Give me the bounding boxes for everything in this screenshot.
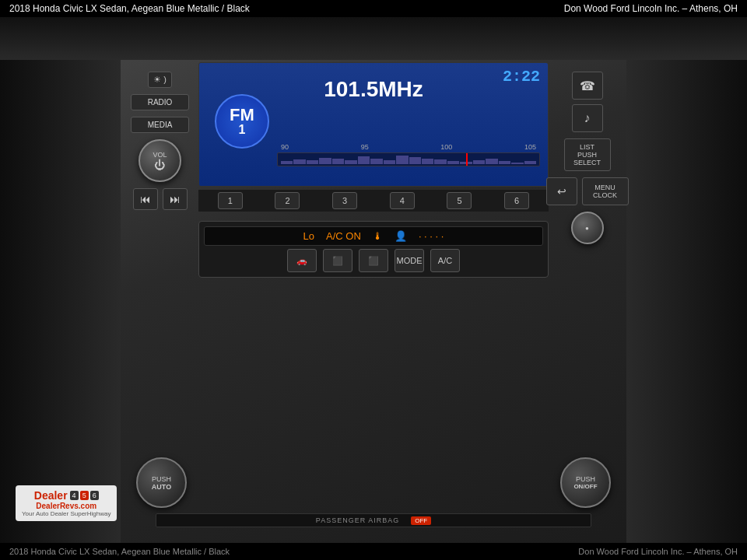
main-image: ☀ ) RADIO MEDIA VOL ⏻ ⏮ ⏭ bbox=[0, 17, 747, 543]
frequency-display: 101.5MHz bbox=[324, 77, 423, 102]
watermark-top-row: Dealer 4 5 6 bbox=[34, 489, 99, 502]
preset-5[interactable]: 5 bbox=[447, 192, 472, 209]
watermark: Dealer 4 5 6 DealerRevs.com Your Auto De… bbox=[16, 485, 117, 521]
watermark-tagline: Your Auto Dealer SuperHighway bbox=[22, 510, 110, 517]
climate-left-knob-wrapper: PUSH AUTO bbox=[136, 457, 187, 508]
media-skip-buttons: ⏮ ⏭ bbox=[133, 188, 188, 210]
climate-ac-on: A/C ON bbox=[326, 230, 361, 242]
footer-right-text: Don Wood Ford Lincoln Inc. – Athens, OH bbox=[578, 547, 738, 556]
next-button[interactable]: ⏭ bbox=[163, 188, 188, 210]
ac-button[interactable]: A/C bbox=[430, 249, 460, 272]
list-push-label: LIST PUSH SELECT bbox=[573, 143, 601, 166]
menu-clock-label: MENU CLOCK bbox=[593, 184, 617, 199]
watermark-num-4: 4 bbox=[70, 491, 79, 500]
tuner-label-105: 105 bbox=[524, 143, 536, 151]
tuner-label-90: 90 bbox=[281, 143, 289, 151]
climate-display-area: Lo A/C ON 🌡 👤 · · · · · 🚗 ⬛ ⬛ MODE A/C bbox=[198, 221, 549, 278]
fm-text: FM bbox=[230, 107, 254, 124]
climate-right-push: PUSH bbox=[576, 475, 595, 483]
tuner-labels: 90 95 100 105 bbox=[277, 143, 540, 151]
preset-1[interactable]: 1 bbox=[218, 192, 243, 209]
car-interior: ☀ ) RADIO MEDIA VOL ⏻ ⏮ ⏭ bbox=[0, 17, 747, 543]
airbag-text: PASSENGER AIRBAG bbox=[316, 516, 399, 524]
preset-6[interactable]: 6 bbox=[504, 192, 529, 209]
fm-badge: FM 1 bbox=[215, 94, 269, 149]
preset-3[interactable]: 3 bbox=[332, 192, 357, 209]
climate-right-onoff: ON/OFF bbox=[573, 483, 597, 490]
head-unit-area: 2:22 101.5MHz FM 1 90 95 100 105 bbox=[198, 62, 549, 278]
watermark-nums: 4 5 6 bbox=[70, 491, 99, 500]
climate-dots: · · · · · bbox=[419, 230, 444, 242]
watermark-url: DealerRevs.com bbox=[36, 502, 96, 510]
airbag-status: OFF bbox=[411, 516, 431, 525]
climate-icons-row: 🚗 ⬛ ⬛ MODE A/C bbox=[204, 249, 543, 272]
watermark-site-top: Dealer bbox=[34, 489, 68, 502]
preset-row: 1 2 3 4 5 6 bbox=[198, 190, 549, 212]
climate-temp-icon: 🌡 bbox=[373, 230, 383, 242]
phone-button[interactable]: ☎ bbox=[572, 72, 603, 100]
tuner-label-100: 100 bbox=[440, 143, 452, 151]
right-knob[interactable]: ● bbox=[571, 212, 604, 244]
radio-button[interactable]: RADIO bbox=[131, 94, 189, 110]
list-push-select-button[interactable]: LIST PUSH SELECT bbox=[564, 138, 611, 171]
top-bar: 2018 Honda Civic LX Sedan, Aegean Blue M… bbox=[0, 0, 747, 17]
tuner-label-95: 95 bbox=[361, 143, 369, 151]
menu-clock-button[interactable]: MENU CLOCK bbox=[582, 177, 629, 205]
tuner-area: 90 95 100 105 bbox=[277, 143, 540, 170]
front-vent-button[interactable]: ⬛ bbox=[323, 249, 352, 272]
side-left bbox=[0, 17, 121, 543]
tuner-needle bbox=[466, 153, 468, 166]
footer-left-text: 2018 Honda Civic LX Sedan, Aegean Blue M… bbox=[9, 547, 230, 556]
climate-right-knob-wrapper: PUSH ON/OFF bbox=[560, 457, 611, 508]
top-area bbox=[0, 17, 747, 60]
bottom-bar: 2018 Honda Civic LX Sedan, Aegean Blue M… bbox=[0, 543, 747, 560]
side-right bbox=[626, 17, 747, 543]
climate-right-knob[interactable]: PUSH ON/OFF bbox=[560, 457, 611, 508]
climate-lo: Lo bbox=[303, 230, 314, 242]
tuner-bars bbox=[278, 155, 539, 164]
climate-left-auto: AUTO bbox=[152, 483, 171, 491]
climate-left-knob[interactable]: PUSH AUTO bbox=[136, 457, 187, 508]
controls-right: ☎ ♪ LIST PUSH SELECT ↩ MENU CLOCK ● bbox=[550, 64, 624, 244]
fm-number: 1 bbox=[239, 124, 246, 136]
defrost-rear-button[interactable]: 🚗 bbox=[287, 249, 317, 272]
preset-2[interactable]: 2 bbox=[275, 192, 300, 209]
airbag-bar: PASSENGER AIRBAG OFF bbox=[156, 513, 591, 527]
header-left-text: 2018 Honda Civic LX Sedan, Aegean Blue M… bbox=[9, 3, 250, 14]
tuner-track bbox=[277, 152, 540, 166]
radio-screen: 2:22 101.5MHz FM 1 90 95 100 105 bbox=[198, 62, 549, 187]
media-button[interactable]: MEDIA bbox=[131, 117, 189, 133]
prev-button[interactable]: ⏮ bbox=[133, 188, 158, 210]
climate-readout: Lo A/C ON 🌡 👤 · · · · · bbox=[204, 226, 543, 246]
back-button[interactable]: ↩ bbox=[546, 177, 577, 205]
volume-knob[interactable]: VOL ⏻ bbox=[139, 139, 181, 182]
dim-light-button[interactable]: ☀ ) bbox=[148, 72, 172, 88]
climate-fan-icon: 👤 bbox=[395, 230, 407, 242]
controls-left: ☀ ) RADIO MEDIA VOL ⏻ ⏮ ⏭ bbox=[123, 64, 197, 210]
preset-4[interactable]: 4 bbox=[390, 192, 415, 209]
watermark-num-5: 5 bbox=[80, 491, 89, 500]
vol-label: VOL bbox=[153, 151, 167, 159]
watermark-num-6: 6 bbox=[90, 491, 99, 500]
climate-left-push: PUSH bbox=[152, 475, 171, 483]
rear-defrost-button[interactable]: ⬛ bbox=[359, 249, 388, 272]
music-button[interactable]: ♪ bbox=[572, 104, 603, 132]
page-wrapper: 2018 Honda Civic LX Sedan, Aegean Blue M… bbox=[0, 0, 747, 560]
clock-display: 2:22 bbox=[503, 68, 540, 86]
header-right-text: Don Wood Ford Lincoln Inc. – Athens, OH bbox=[564, 3, 738, 14]
mode-button[interactable]: MODE bbox=[395, 249, 424, 272]
